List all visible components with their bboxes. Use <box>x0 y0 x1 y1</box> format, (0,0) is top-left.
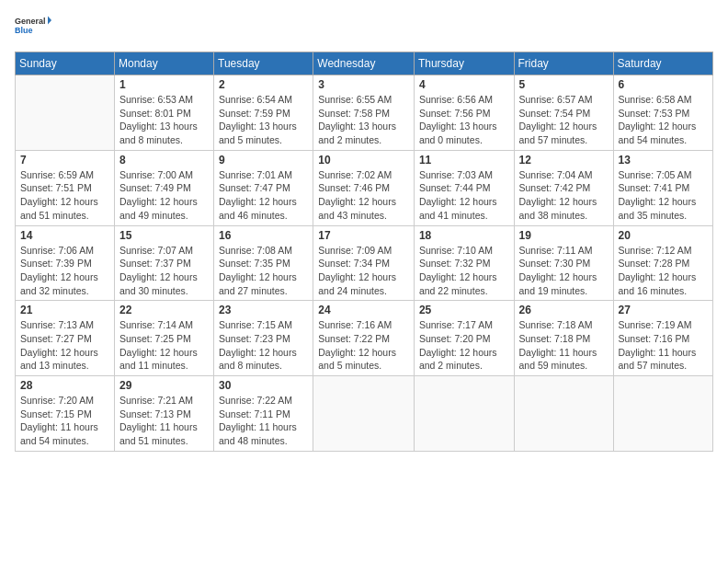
calendar-cell: 17Sunrise: 7:09 AMSunset: 7:34 PMDayligh… <box>313 225 415 301</box>
day-number: 11 <box>419 154 509 167</box>
day-number: 20 <box>619 229 708 242</box>
day-number: 28 <box>20 379 109 392</box>
calendar-cell <box>613 376 712 452</box>
day-info: Sunrise: 7:16 AMSunset: 7:22 PMDaylight:… <box>318 318 409 373</box>
day-info: Sunrise: 7:08 AMSunset: 7:35 PMDaylight:… <box>219 244 308 298</box>
calendar-day-header: Sunday <box>16 52 115 75</box>
day-number: 22 <box>119 304 209 316</box>
svg-text:Blue: Blue <box>15 26 33 35</box>
day-number: 8 <box>119 154 209 167</box>
calendar-cell: 27Sunrise: 7:19 AMSunset: 7:16 PMDayligh… <box>613 301 712 376</box>
day-info: Sunrise: 6:57 AMSunset: 7:54 PMDaylight:… <box>519 93 609 147</box>
day-number: 29 <box>119 379 209 392</box>
day-number: 9 <box>219 154 308 167</box>
day-number: 17 <box>318 229 409 242</box>
calendar-day-header: Tuesday <box>214 52 313 75</box>
day-info: Sunrise: 7:09 AMSunset: 7:34 PMDaylight:… <box>318 244 409 298</box>
day-info: Sunrise: 6:59 AMSunset: 7:51 PMDaylight:… <box>20 168 109 223</box>
day-info: Sunrise: 7:18 AMSunset: 7:18 PMDaylight:… <box>519 318 609 373</box>
calendar-cell: 6Sunrise: 6:58 AMSunset: 7:53 PMDaylight… <box>613 75 712 151</box>
calendar-cell: 23Sunrise: 7:15 AMSunset: 7:23 PMDayligh… <box>214 301 313 376</box>
day-info: Sunrise: 7:02 AMSunset: 7:46 PMDaylight:… <box>318 168 409 223</box>
day-info: Sunrise: 7:01 AMSunset: 7:47 PMDaylight:… <box>219 168 308 223</box>
day-number: 30 <box>219 379 308 392</box>
day-info: Sunrise: 7:00 AMSunset: 7:49 PMDaylight:… <box>119 168 209 223</box>
day-number: 18 <box>419 229 509 242</box>
calendar-cell: 15Sunrise: 7:07 AMSunset: 7:37 PMDayligh… <box>115 225 214 301</box>
day-info: Sunrise: 6:54 AMSunset: 7:59 PMDaylight:… <box>219 93 308 147</box>
logo-svg: General Blue <box>15 11 51 44</box>
day-info: Sunrise: 7:15 AMSunset: 7:23 PMDaylight:… <box>219 318 308 373</box>
day-number: 21 <box>20 304 109 316</box>
day-info: Sunrise: 7:20 AMSunset: 7:15 PMDaylight:… <box>20 394 109 448</box>
calendar-cell: 10Sunrise: 7:02 AMSunset: 7:46 PMDayligh… <box>313 150 415 225</box>
calendar-day-header: Friday <box>514 52 613 75</box>
calendar-cell <box>414 376 514 452</box>
day-number: 15 <box>119 229 209 242</box>
calendar-cell: 25Sunrise: 7:17 AMSunset: 7:20 PMDayligh… <box>414 301 514 376</box>
calendar-cell: 1Sunrise: 6:53 AMSunset: 8:01 PMDaylight… <box>115 75 214 151</box>
day-info: Sunrise: 7:10 AMSunset: 7:32 PMDaylight:… <box>419 244 509 298</box>
logo: General Blue <box>15 11 51 44</box>
calendar-cell: 9Sunrise: 7:01 AMSunset: 7:47 PMDaylight… <box>214 150 313 225</box>
calendar-cell <box>514 376 613 452</box>
day-info: Sunrise: 7:07 AMSunset: 7:37 PMDaylight:… <box>119 244 209 298</box>
day-info: Sunrise: 6:53 AMSunset: 8:01 PMDaylight:… <box>119 93 209 147</box>
calendar-day-header: Wednesday <box>313 52 415 75</box>
day-number: 26 <box>519 304 609 316</box>
calendar-cell: 16Sunrise: 7:08 AMSunset: 7:35 PMDayligh… <box>214 225 313 301</box>
calendar-cell: 19Sunrise: 7:11 AMSunset: 7:30 PMDayligh… <box>514 225 613 301</box>
day-number: 1 <box>119 78 209 91</box>
calendar-cell: 3Sunrise: 6:55 AMSunset: 7:58 PMDaylight… <box>313 75 415 151</box>
page-container: General Blue SundayMondayTuesdayWednesda… <box>0 0 728 459</box>
calendar-cell: 8Sunrise: 7:00 AMSunset: 7:49 PMDaylight… <box>115 150 214 225</box>
calendar-cell: 12Sunrise: 7:04 AMSunset: 7:42 PMDayligh… <box>514 150 613 225</box>
day-number: 13 <box>619 154 708 167</box>
day-number: 14 <box>20 229 109 242</box>
day-info: Sunrise: 7:06 AMSunset: 7:39 PMDaylight:… <box>20 244 109 298</box>
page-header: General Blue <box>15 11 713 44</box>
day-info: Sunrise: 7:12 AMSunset: 7:28 PMDaylight:… <box>619 244 708 298</box>
day-info: Sunrise: 6:58 AMSunset: 7:53 PMDaylight:… <box>619 93 708 147</box>
calendar-cell: 21Sunrise: 7:13 AMSunset: 7:27 PMDayligh… <box>16 301 115 376</box>
day-info: Sunrise: 7:22 AMSunset: 7:11 PMDaylight:… <box>219 394 308 448</box>
calendar-cell: 28Sunrise: 7:20 AMSunset: 7:15 PMDayligh… <box>16 376 115 452</box>
day-number: 3 <box>318 78 409 91</box>
day-number: 5 <box>519 78 609 91</box>
day-number: 23 <box>219 304 308 316</box>
calendar-day-header: Monday <box>115 52 214 75</box>
day-number: 24 <box>318 304 409 316</box>
calendar-cell: 29Sunrise: 7:21 AMSunset: 7:13 PMDayligh… <box>115 376 214 452</box>
day-info: Sunrise: 7:17 AMSunset: 7:20 PMDaylight:… <box>419 318 509 373</box>
calendar-cell: 14Sunrise: 7:06 AMSunset: 7:39 PMDayligh… <box>16 225 115 301</box>
day-info: Sunrise: 7:13 AMSunset: 7:27 PMDaylight:… <box>20 318 109 373</box>
day-info: Sunrise: 6:56 AMSunset: 7:56 PMDaylight:… <box>419 93 509 147</box>
day-number: 12 <box>519 154 609 167</box>
day-number: 4 <box>419 78 509 91</box>
svg-text:General: General <box>15 17 46 26</box>
calendar-cell: 30Sunrise: 7:22 AMSunset: 7:11 PMDayligh… <box>214 376 313 452</box>
svg-marker-2 <box>48 17 51 25</box>
day-number: 27 <box>619 304 708 316</box>
day-number: 19 <box>519 229 609 242</box>
calendar-cell: 22Sunrise: 7:14 AMSunset: 7:25 PMDayligh… <box>115 301 214 376</box>
day-info: Sunrise: 7:05 AMSunset: 7:41 PMDaylight:… <box>619 168 708 223</box>
calendar-cell: 18Sunrise: 7:10 AMSunset: 7:32 PMDayligh… <box>414 225 514 301</box>
calendar-cell: 4Sunrise: 6:56 AMSunset: 7:56 PMDaylight… <box>414 75 514 151</box>
day-info: Sunrise: 7:03 AMSunset: 7:44 PMDaylight:… <box>419 168 509 223</box>
day-number: 2 <box>219 78 308 91</box>
calendar-cell: 13Sunrise: 7:05 AMSunset: 7:41 PMDayligh… <box>613 150 712 225</box>
calendar-cell: 2Sunrise: 6:54 AMSunset: 7:59 PMDaylight… <box>214 75 313 151</box>
day-number: 6 <box>619 78 708 91</box>
day-number: 10 <box>318 154 409 167</box>
calendar-cell: 26Sunrise: 7:18 AMSunset: 7:18 PMDayligh… <box>514 301 613 376</box>
calendar-cell <box>16 75 115 151</box>
calendar-cell <box>313 376 415 452</box>
calendar-day-header: Thursday <box>414 52 514 75</box>
day-info: Sunrise: 7:14 AMSunset: 7:25 PMDaylight:… <box>119 318 209 373</box>
day-info: Sunrise: 7:11 AMSunset: 7:30 PMDaylight:… <box>519 244 609 298</box>
calendar-cell: 7Sunrise: 6:59 AMSunset: 7:51 PMDaylight… <box>16 150 115 225</box>
calendar-cell: 20Sunrise: 7:12 AMSunset: 7:28 PMDayligh… <box>613 225 712 301</box>
day-info: Sunrise: 7:21 AMSunset: 7:13 PMDaylight:… <box>119 394 209 448</box>
day-number: 7 <box>20 154 109 167</box>
